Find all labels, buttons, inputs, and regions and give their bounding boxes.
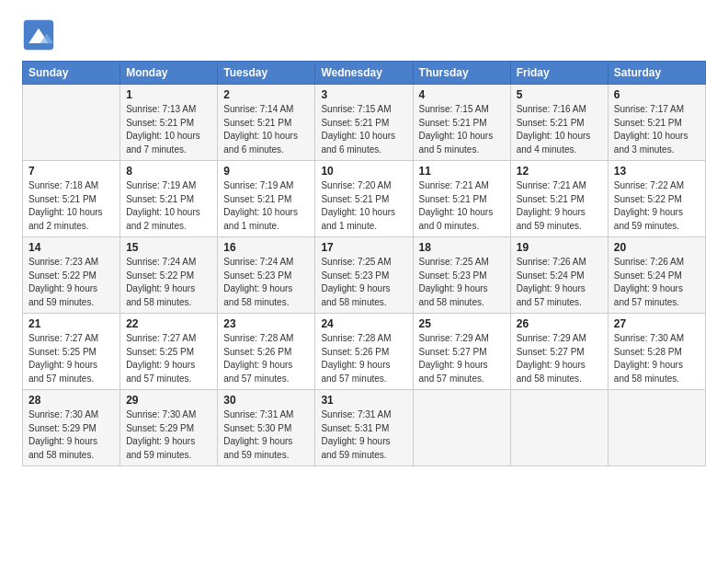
day-info: Sunrise: 7:29 AM Sunset: 5:27 PM Dayligh… bbox=[517, 332, 602, 385]
header-row: SundayMondayTuesdayWednesdayThursdayFrid… bbox=[23, 62, 706, 85]
calendar-cell: 26Sunrise: 7:29 AM Sunset: 5:27 PM Dayli… bbox=[510, 314, 608, 390]
calendar-cell: 23Sunrise: 7:28 AM Sunset: 5:26 PM Dayli… bbox=[218, 314, 315, 390]
calendar-cell: 12Sunrise: 7:21 AM Sunset: 5:21 PM Dayli… bbox=[510, 161, 608, 237]
day-number: 21 bbox=[28, 317, 114, 330]
calendar-cell bbox=[413, 390, 510, 466]
day-info: Sunrise: 7:25 AM Sunset: 5:23 PM Dayligh… bbox=[419, 256, 505, 309]
day-info: Sunrise: 7:19 AM Sunset: 5:21 PM Dayligh… bbox=[223, 179, 309, 233]
calendar-cell: 27Sunrise: 7:30 AM Sunset: 5:28 PM Dayli… bbox=[608, 314, 705, 390]
day-info: Sunrise: 7:20 AM Sunset: 5:21 PM Dayligh… bbox=[321, 179, 406, 233]
calendar-cell: 4Sunrise: 7:15 AM Sunset: 5:21 PM Daylig… bbox=[413, 85, 510, 161]
calendar-cell bbox=[510, 390, 608, 466]
header-day: Saturday bbox=[608, 62, 705, 85]
calendar-cell: 24Sunrise: 7:28 AM Sunset: 5:26 PM Dayli… bbox=[315, 314, 413, 390]
calendar-cell: 7Sunrise: 7:18 AM Sunset: 5:21 PM Daylig… bbox=[23, 161, 120, 237]
header-day: Thursday bbox=[413, 62, 510, 85]
day-number: 12 bbox=[517, 165, 602, 178]
day-number: 2 bbox=[223, 88, 309, 101]
calendar-cell: 25Sunrise: 7:29 AM Sunset: 5:27 PM Dayli… bbox=[413, 314, 510, 390]
logo-icon bbox=[22, 18, 55, 52]
day-number: 14 bbox=[28, 241, 114, 254]
header-day: Sunday bbox=[23, 62, 120, 85]
calendar-cell: 17Sunrise: 7:25 AM Sunset: 5:23 PM Dayli… bbox=[315, 237, 413, 314]
day-info: Sunrise: 7:15 AM Sunset: 5:21 PM Dayligh… bbox=[321, 103, 406, 156]
day-info: Sunrise: 7:30 AM Sunset: 5:29 PM Dayligh… bbox=[126, 408, 211, 462]
calendar-cell: 3Sunrise: 7:15 AM Sunset: 5:21 PM Daylig… bbox=[315, 85, 413, 161]
day-number: 26 bbox=[517, 317, 602, 330]
calendar-cell bbox=[608, 390, 705, 466]
day-number: 28 bbox=[28, 394, 114, 407]
day-number: 22 bbox=[126, 317, 211, 330]
day-number: 30 bbox=[223, 394, 309, 407]
calendar-week-row: 21Sunrise: 7:27 AM Sunset: 5:25 PM Dayli… bbox=[23, 314, 706, 390]
day-info: Sunrise: 7:31 AM Sunset: 5:30 PM Dayligh… bbox=[223, 408, 309, 462]
day-number: 13 bbox=[614, 165, 700, 178]
day-info: Sunrise: 7:13 AM Sunset: 5:21 PM Dayligh… bbox=[126, 103, 211, 156]
day-info: Sunrise: 7:17 AM Sunset: 5:21 PM Dayligh… bbox=[614, 103, 700, 156]
day-number: 20 bbox=[614, 241, 700, 254]
day-info: Sunrise: 7:29 AM Sunset: 5:27 PM Dayligh… bbox=[419, 332, 505, 385]
day-number: 25 bbox=[419, 317, 505, 330]
day-info: Sunrise: 7:26 AM Sunset: 5:24 PM Dayligh… bbox=[614, 256, 700, 309]
header-day: Wednesday bbox=[315, 62, 413, 85]
calendar-cell: 30Sunrise: 7:31 AM Sunset: 5:30 PM Dayli… bbox=[218, 390, 315, 466]
day-number: 19 bbox=[517, 241, 602, 254]
day-number: 15 bbox=[126, 241, 211, 254]
day-number: 1 bbox=[126, 88, 211, 101]
day-number: 17 bbox=[321, 241, 406, 254]
day-number: 5 bbox=[517, 88, 602, 101]
day-info: Sunrise: 7:26 AM Sunset: 5:24 PM Dayligh… bbox=[517, 256, 602, 309]
day-info: Sunrise: 7:16 AM Sunset: 5:21 PM Dayligh… bbox=[517, 103, 602, 156]
day-number: 11 bbox=[419, 165, 505, 178]
calendar-cell: 29Sunrise: 7:30 AM Sunset: 5:29 PM Dayli… bbox=[120, 390, 218, 466]
day-info: Sunrise: 7:28 AM Sunset: 5:26 PM Dayligh… bbox=[321, 332, 406, 385]
day-info: Sunrise: 7:24 AM Sunset: 5:22 PM Dayligh… bbox=[126, 256, 211, 309]
day-info: Sunrise: 7:25 AM Sunset: 5:23 PM Dayligh… bbox=[321, 256, 406, 309]
day-number: 9 bbox=[223, 165, 309, 178]
calendar-cell: 16Sunrise: 7:24 AM Sunset: 5:23 PM Dayli… bbox=[218, 237, 315, 314]
day-number: 18 bbox=[419, 241, 505, 254]
day-number: 3 bbox=[321, 88, 406, 101]
day-info: Sunrise: 7:23 AM Sunset: 5:22 PM Dayligh… bbox=[28, 256, 114, 309]
header-day: Friday bbox=[510, 62, 608, 85]
header bbox=[22, 18, 706, 52]
day-info: Sunrise: 7:18 AM Sunset: 5:21 PM Dayligh… bbox=[28, 179, 114, 233]
day-number: 31 bbox=[321, 394, 406, 407]
day-info: Sunrise: 7:15 AM Sunset: 5:21 PM Dayligh… bbox=[419, 103, 505, 156]
day-number: 10 bbox=[321, 165, 406, 178]
calendar-cell: 8Sunrise: 7:19 AM Sunset: 5:21 PM Daylig… bbox=[120, 161, 218, 237]
calendar-week-row: 14Sunrise: 7:23 AM Sunset: 5:22 PM Dayli… bbox=[23, 237, 706, 314]
calendar-cell bbox=[23, 85, 120, 161]
calendar-cell: 2Sunrise: 7:14 AM Sunset: 5:21 PM Daylig… bbox=[218, 85, 315, 161]
day-number: 8 bbox=[126, 165, 211, 178]
header-day: Tuesday bbox=[218, 62, 315, 85]
day-info: Sunrise: 7:21 AM Sunset: 5:21 PM Dayligh… bbox=[419, 179, 505, 233]
logo bbox=[22, 18, 61, 52]
calendar-cell: 9Sunrise: 7:19 AM Sunset: 5:21 PM Daylig… bbox=[218, 161, 315, 237]
calendar-cell: 22Sunrise: 7:27 AM Sunset: 5:25 PM Dayli… bbox=[120, 314, 218, 390]
calendar-week-row: 28Sunrise: 7:30 AM Sunset: 5:29 PM Dayli… bbox=[23, 390, 706, 466]
calendar-cell: 14Sunrise: 7:23 AM Sunset: 5:22 PM Dayli… bbox=[23, 237, 120, 314]
day-number: 7 bbox=[28, 165, 114, 178]
calendar-week-row: 1Sunrise: 7:13 AM Sunset: 5:21 PM Daylig… bbox=[23, 85, 706, 161]
day-info: Sunrise: 7:31 AM Sunset: 5:31 PM Dayligh… bbox=[321, 408, 406, 462]
day-info: Sunrise: 7:28 AM Sunset: 5:26 PM Dayligh… bbox=[223, 332, 309, 385]
calendar-cell: 15Sunrise: 7:24 AM Sunset: 5:22 PM Dayli… bbox=[120, 237, 218, 314]
day-info: Sunrise: 7:19 AM Sunset: 5:21 PM Dayligh… bbox=[126, 179, 211, 233]
day-number: 29 bbox=[126, 394, 211, 407]
day-number: 6 bbox=[614, 88, 700, 101]
calendar-cell: 18Sunrise: 7:25 AM Sunset: 5:23 PM Dayli… bbox=[413, 237, 510, 314]
day-info: Sunrise: 7:27 AM Sunset: 5:25 PM Dayligh… bbox=[28, 332, 114, 385]
day-info: Sunrise: 7:30 AM Sunset: 5:28 PM Dayligh… bbox=[614, 332, 700, 385]
calendar-table: SundayMondayTuesdayWednesdayThursdayFrid… bbox=[22, 61, 706, 466]
day-info: Sunrise: 7:22 AM Sunset: 5:22 PM Dayligh… bbox=[614, 179, 700, 233]
calendar-cell: 6Sunrise: 7:17 AM Sunset: 5:21 PM Daylig… bbox=[608, 85, 705, 161]
calendar-cell: 10Sunrise: 7:20 AM Sunset: 5:21 PM Dayli… bbox=[315, 161, 413, 237]
calendar-cell: 20Sunrise: 7:26 AM Sunset: 5:24 PM Dayli… bbox=[608, 237, 705, 314]
day-info: Sunrise: 7:21 AM Sunset: 5:21 PM Dayligh… bbox=[517, 179, 602, 233]
day-info: Sunrise: 7:30 AM Sunset: 5:29 PM Dayligh… bbox=[28, 408, 114, 462]
day-info: Sunrise: 7:14 AM Sunset: 5:21 PM Dayligh… bbox=[223, 103, 309, 156]
calendar-cell: 31Sunrise: 7:31 AM Sunset: 5:31 PM Dayli… bbox=[315, 390, 413, 466]
header-day: Monday bbox=[120, 62, 218, 85]
day-number: 27 bbox=[614, 317, 700, 330]
